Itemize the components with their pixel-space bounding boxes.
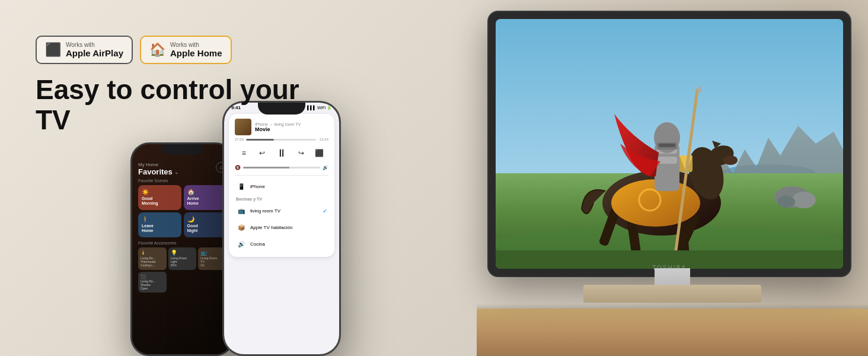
shades-label: Living Ro...ShadesOpen [141,279,164,290]
scene-tile-morning[interactable]: ☀️ GoodMorning [138,185,181,210]
arrive-icon: 🏠 [187,189,224,195]
volume-high-icon: 🔊 [323,165,328,170]
volume-low-icon: 🔇 [235,165,241,170]
checkmark-icon: ✓ [323,208,327,214]
shades-icon: ⬛ [141,274,164,279]
light-icon: 💡 [171,250,194,256]
tv-frame: TOSHIBA [489,12,850,276]
tv-stand-base [583,285,761,303]
home-app-header: My Home Favorites ⌄ ⌂ [138,162,226,176]
phone1-device: My Home Favorites ⌄ ⌂ Favorite Scenes ☀️ [130,142,234,356]
accessories-grid: 🌡 Living Ro...ThermostatCooling t... 💡 L… [138,247,226,270]
airplay-brand-name: Apple AirPlay [66,48,123,58]
living-room-tv-item[interactable]: 📺 living room TV ✓ [236,202,327,219]
time-elapsed: 27:56 [235,138,244,141]
tv-screen [496,19,843,269]
time-remaining: -13:24 [318,138,328,141]
phone1-screen: My Home Favorites ⌄ ⌂ Favorite Scenes ☀️ [132,144,232,354]
iphone-device-item[interactable]: 📱 iPhone [236,178,327,195]
apple-home-icon: 🏠 [149,43,165,56]
airplay-icon: ⬛ [45,43,61,56]
apple-tv-item[interactable]: 📦 Apple TV habitación [236,219,327,236]
tv-label: Living RoomTVOn [200,256,224,267]
page-headline: Easy to control your TV [36,75,332,135]
wooden-shelf [477,309,868,356]
menu-button[interactable]: ≡ [237,147,250,160]
playback-controls: ≡ ↩ ⏸ ↪ ⬛ [235,145,328,161]
compatibility-badges: ⬛ Works with Apple AirPlay 🏠 Works with … [36,36,332,64]
scene-arrive-label: ArriveHome [187,196,224,206]
favorite-scenes-label: Favorite Scenes [138,179,226,183]
svg-point-8 [777,196,795,208]
sun-icon: ☀️ [142,189,178,195]
apple-tv-label: Apple TV habitación [250,225,292,230]
tv-device-icon: 📺 [236,205,247,216]
pause-button[interactable]: ⏸ [273,145,290,161]
bocinas-section-label: Bocinas y TV [236,195,327,202]
phone2-screen: 9:41 ▌▌▌ WiFi 🔋 iPhone → living room TV … [224,103,339,354]
thermostat-label: Living Ro...ThermostatCooling t... [141,256,164,267]
progress-bar-fill [246,139,274,141]
apple-home-badge: 🏠 Works with Apple Home [140,36,232,64]
favorites-row: Favorites ⌄ [138,167,179,176]
progress-bar-bg[interactable] [246,139,316,141]
airplay-card: iPhone → living room TV Movie 27:56 -13:… [229,114,334,257]
rewind-button[interactable]: ↩ [256,147,269,160]
favorites-label: Favorites [138,167,173,176]
svg-point-12 [723,155,738,165]
left-content-area: ⬛ Works with Apple AirPlay 🏠 Works with … [36,36,332,135]
apple-home-brand-name: Apple Home [170,48,222,58]
apple-tv-icon: 📦 [236,222,247,233]
progress-bar-container: 27:56 -13:24 [235,138,328,141]
volume-control: 🔇 🔊 [235,165,328,170]
tv-container: TOSHIBA [489,12,856,303]
home-app: My Home Favorites ⌄ ⌂ Favorite Scenes ☀️ [132,157,232,297]
device-list: 📱 iPhone Bocinas y TV 📺 living room TV ✓ [235,178,328,252]
volume-bar-bg[interactable] [243,167,320,169]
svg-rect-25 [659,144,675,147]
living-room-tv-label: living room TV [250,208,280,214]
scene-tile-night[interactable]: 🌙 GoodNight [184,212,227,237]
cocina-item[interactable]: 🔊 Cocina [236,236,327,252]
scene-tile-leave[interactable]: 🚶 LeaveHome [138,212,181,237]
phone2-device: 9:41 ▌▌▌ WiFi 🔋 iPhone → living room TV … [222,101,341,356]
phone-icon: 📱 [236,181,247,192]
airplay-badge: ⬛ Works with Apple AirPlay [36,36,133,64]
scene-tile-arrive[interactable]: 🏠 ArriveHome [184,185,227,210]
scene-leave-label: LeaveHome [142,224,178,234]
my-home-label: My Home [138,162,179,167]
cocina-label: Cocina [250,241,265,247]
leave-icon: 🚶 [142,216,178,223]
speaker-icon: 🔊 [236,239,247,249]
svg-point-7 [792,192,816,208]
apple-home-badge-text: Works with Apple Home [170,42,222,58]
scenes-grid: ☀️ GoodMorning 🏠 ArriveHome 🚶 LeaveHome [138,185,226,237]
airplay-badge-text: Works with Apple AirPlay [66,42,123,58]
light-label: Living RoomLight50% [171,256,194,267]
airplay-works-with: Works with [66,42,123,48]
moon-icon: 🌙 [187,216,224,223]
phone1-notch [162,144,203,155]
scene-morning-label: GoodMorning [142,196,178,206]
accessory-light[interactable]: 💡 Living RoomLight50% [168,247,197,270]
tv-stand-pole [655,268,690,286]
volume-bar-fill [243,167,289,169]
forward-button[interactable]: ↪ [295,147,308,160]
scene-night-label: GoodNight [187,224,224,234]
main-scene: ⬛ Works with Apple AirPlay 🏠 Works with … [0,0,868,356]
phones-container: My Home Favorites ⌄ ⌂ Favorite Scenes ☀️ [130,101,341,356]
accessory-shades[interactable]: ⬛ Living Ro...ShadesOpen [138,272,167,293]
thermostat-icon: 🌡 [141,250,164,256]
favorite-accessories-label: Favorite Accessories [138,241,226,245]
airplay-button[interactable]: ⬛ [313,147,326,160]
svg-rect-22 [657,157,677,164]
accessories-bottom-row: ⬛ Living Ro...ShadesOpen [138,272,226,293]
apple-home-works-with: Works with [170,42,222,48]
accessory-thermostat[interactable]: 🌡 Living Ro...ThermostatCooling t... [138,247,167,270]
knight-scene-svg [496,19,843,269]
iphone-label: iPhone [250,184,265,189]
tv-icon: 📺 [200,250,224,256]
chevron-down-icon: ⌄ [174,169,179,175]
divider [235,175,328,176]
